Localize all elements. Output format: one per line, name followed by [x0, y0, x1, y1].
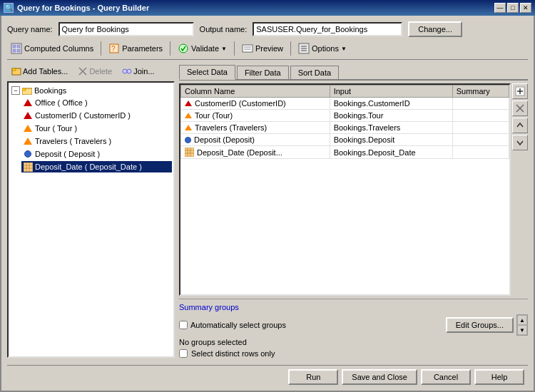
row5-summary [452, 146, 509, 159]
tab-select-data[interactable]: Select Data [179, 65, 235, 80]
edit-groups-button[interactable]: Edit Groups... [446, 317, 514, 333]
row2-input: Bookings.Tour [330, 110, 452, 122]
tree-node-deposit-date: Deposit_Date ( Deposit_Date ) [21, 160, 172, 173]
row5-type-icon [185, 148, 194, 157]
options-dropdown-arrow[interactable]: ▼ [341, 46, 347, 52]
parameters-icon: ? [108, 43, 120, 54]
auto-select-label: Automatically select groups [190, 321, 286, 329]
preview-button[interactable]: Preview [238, 41, 287, 56]
computed-columns-icon [11, 43, 22, 54]
parameters-button[interactable]: ? Parameters [105, 41, 166, 56]
table-side-buttons [512, 83, 528, 296]
auto-select-checkbox[interactable] [179, 321, 188, 329]
row4-col-name: Deposit (Deposit) [181, 134, 330, 146]
svg-rect-22 [22, 88, 26, 91]
svg-rect-28 [185, 148, 194, 157]
table-row[interactable]: Tour (Tour) Bookings.Tour [181, 110, 509, 122]
cancel-button[interactable]: Cancel [421, 369, 471, 385]
row2-summary [452, 110, 509, 122]
computed-columns-button[interactable]: Computed Columns [7, 41, 97, 56]
col-header-input: Input [330, 86, 452, 98]
svg-rect-8 [243, 45, 253, 52]
toolbar-sep-4 [290, 41, 291, 56]
tab-sort-data[interactable]: Sort Data [290, 66, 339, 80]
add-tables-button[interactable]: Add Tables... [7, 64, 72, 78]
computed-columns-label: Computed Columns [24, 44, 93, 53]
office-icon [23, 98, 33, 108]
output-name-label: Output name: [200, 25, 248, 33]
window-controls[interactable]: — □ ✕ [494, 3, 531, 13]
col-header-summary: Summary [452, 86, 509, 98]
right-panel: Select Data Filter Data Sort Data Column… [179, 64, 528, 358]
summary-scrollbar[interactable]: ▲ ▼ [516, 314, 528, 336]
travelers-icon [23, 136, 33, 146]
maximize-button[interactable]: □ [507, 3, 519, 13]
svg-rect-3 [13, 49, 16, 52]
svg-point-19 [123, 69, 127, 73]
options-button[interactable]: Options ▼ [295, 41, 350, 56]
table-move-up-button[interactable] [512, 118, 528, 133]
output-name-input[interactable] [253, 22, 402, 36]
toolbar-sep-1 [101, 41, 101, 56]
svg-rect-2 [17, 45, 20, 48]
row3-col-name: Travelers (Travelers) [181, 122, 330, 134]
options-label: Options [312, 44, 339, 53]
col-header-column-name: Column Name [181, 86, 330, 98]
table-section: Column Name Input Summary CustomerI [179, 81, 528, 296]
close-button[interactable]: ✕ [520, 3, 531, 13]
row3-type-icon [185, 125, 192, 130]
summary-section: Summary groups Automatically select grou… [179, 299, 528, 346]
tree-node-deposit: Deposit ( Deposit ) [21, 148, 172, 160]
customerid-icon [23, 110, 33, 120]
delete-icon [78, 66, 88, 76]
main-toolbar: Computed Columns ? Parameters Validate ▼ [7, 41, 528, 60]
scroll-up-arrow[interactable]: ▲ [517, 315, 527, 325]
help-button[interactable]: Help [474, 369, 524, 385]
scroll-down-arrow[interactable]: ▼ [517, 325, 527, 335]
deposit-label: Deposit ( Deposit ) [35, 150, 100, 158]
table-add-button[interactable] [512, 83, 528, 99]
app-icon: 🔍 [4, 3, 14, 13]
tab-filter-data[interactable]: Filter Data [237, 66, 289, 80]
data-table-container[interactable]: Column Name Input Summary CustomerI [179, 83, 511, 296]
panel-toolbar: Add Tables... Delete Join... [7, 64, 175, 78]
svg-rect-4 [17, 49, 20, 52]
customerid-label: CustomerID ( CustomerID ) [35, 111, 131, 120]
svg-text:?: ? [111, 45, 116, 53]
table-move-down-button[interactable] [512, 135, 528, 150]
tour-label: Tour ( Tour ) [35, 124, 77, 133]
table-row[interactable]: Travelers (Travelers) Bookings.Travelers [181, 122, 509, 134]
svg-point-7 [179, 44, 188, 53]
row4-type-icon [185, 137, 191, 143]
validate-dropdown-arrow[interactable]: ▼ [221, 46, 227, 52]
row5-col-name: Deposit_Date (Deposit... [181, 146, 330, 159]
name-row: Query name: Output name: Change... [7, 21, 528, 37]
row4-input: Bookings.Deposit [330, 134, 452, 146]
deposit-date-label: Deposit_Date ( Deposit_Date ) [35, 163, 142, 171]
bookings-label: Bookings [34, 86, 66, 95]
tree-node-customerid: CustomerID ( CustomerID ) [21, 109, 172, 122]
save-close-button[interactable]: Save and Close [342, 369, 417, 385]
tree-toggle-bookings[interactable]: − [11, 86, 20, 95]
options-icon [298, 43, 310, 54]
row5-input: Bookings.Deposit_Date [330, 146, 452, 159]
delete-button[interactable]: Delete [73, 64, 116, 78]
row1-input: Bookings.CustomerID [330, 98, 452, 110]
run-button[interactable]: Run [288, 369, 338, 385]
tree-node-tour: Tour ( Tour ) [21, 122, 172, 135]
validate-button[interactable]: Validate ▼ [174, 41, 230, 56]
svg-rect-1 [13, 45, 16, 48]
table-row[interactable]: Deposit_Date (Deposit... Bookings.Deposi… [181, 146, 509, 159]
distinct-label: Select distinct rows only [191, 349, 275, 358]
table-row[interactable]: CustomerID (CustomerID) Bookings.Custome… [181, 98, 509, 110]
table-delete-button[interactable] [512, 100, 528, 116]
summary-groups-label: Summary groups [179, 303, 528, 311]
table-row[interactable]: Deposit (Deposit) Bookings.Deposit [181, 134, 509, 146]
query-name-input[interactable] [58, 22, 194, 36]
join-button[interactable]: Join... [118, 64, 158, 78]
row4-summary [452, 134, 509, 146]
minimize-button[interactable]: — [494, 3, 506, 13]
distinct-checkbox[interactable] [179, 349, 188, 358]
tree-view[interactable]: − Bookings [7, 81, 175, 358]
change-button[interactable]: Change... [408, 21, 462, 37]
